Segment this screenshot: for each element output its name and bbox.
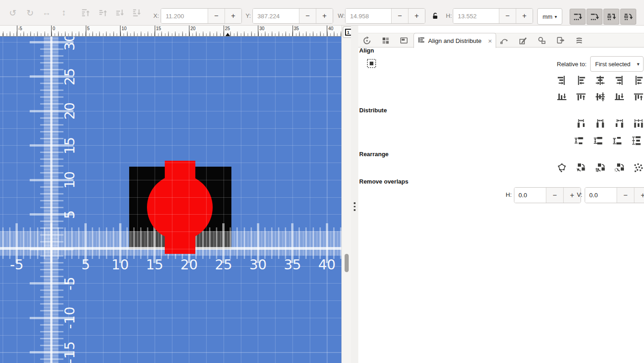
y-input[interactable] (253, 9, 299, 23)
lower-to-bottom-icon[interactable] (131, 7, 143, 19)
tab-layers-icon[interactable] (573, 35, 586, 47)
transform-stroke-toggle[interactable] (570, 9, 586, 25)
tab-node-editor-icon[interactable] (498, 35, 511, 47)
exchange-zorder-button[interactable] (594, 161, 606, 174)
y-decrement-button[interactable]: − (299, 9, 316, 23)
drawn-axis-number-vertical: -5 (62, 277, 78, 290)
remove-overlaps-section-header: Remove overlaps (359, 178, 408, 185)
axis-tick (271, 227, 272, 259)
raise-icon[interactable] (97, 7, 109, 19)
axis-tick (251, 227, 252, 259)
close-tab-icon[interactable]: × (488, 37, 492, 45)
transform-corners-toggle[interactable] (586, 9, 602, 25)
axis-tick (230, 227, 231, 259)
move-as-group-toggle[interactable] (365, 57, 377, 69)
distribute-centers-vertically-button[interactable] (592, 134, 604, 147)
tab-undo-history-icon[interactable] (361, 35, 373, 47)
randomize-positions-button[interactable] (632, 161, 644, 174)
align-right-edges-button[interactable] (613, 74, 625, 86)
overlap-v-spinbox: − + (585, 187, 644, 203)
drawn-axis-number-horizontal: 30 (249, 257, 267, 273)
drawn-axis-number-vertical: 5 (62, 210, 78, 219)
w-decrement-button[interactable]: − (391, 9, 408, 23)
ruler-number: 0 (52, 26, 55, 31)
ruler-major-tick (327, 26, 327, 36)
tab-document-properties-icon[interactable] (398, 35, 410, 47)
h-spinbox: − + (453, 8, 533, 24)
vertical-scrollbar[interactable]: 1 (341, 26, 351, 363)
unit-dropdown[interactable]: mm ▾ (537, 8, 562, 25)
overlap-h-decrement-button[interactable]: − (546, 188, 563, 203)
axis-tick (40, 227, 63, 229)
flip-horizontal-icon[interactable]: ↔ (41, 7, 52, 19)
relative-to-dropdown[interactable]: First selected ▾ (590, 56, 644, 72)
distribute-right-edges-button[interactable] (613, 117, 625, 130)
w-increment-button[interactable]: + (408, 9, 425, 23)
align-bottom-edges-button[interactable] (613, 90, 625, 103)
align-right-to-anchor-button[interactable] (555, 74, 568, 86)
red-circle-shape[interactable] (147, 174, 213, 240)
x-input[interactable] (161, 9, 208, 23)
align-left-edges-button[interactable] (575, 74, 587, 86)
tab-objects-icon[interactable] (535, 35, 548, 47)
align-top-to-anchor-button[interactable] (632, 90, 644, 103)
splitter-grip-icon (354, 202, 356, 211)
align-bottom-to-anchor-button[interactable] (555, 90, 568, 103)
h-decrement-button[interactable]: − (499, 9, 516, 23)
canvas[interactable]: -551015202530354030252015105-5-10-15 (0, 37, 341, 363)
axis-tick (40, 200, 63, 201)
distribute-left-edges-button[interactable] (575, 117, 587, 130)
lock-ratio-icon[interactable] (431, 11, 440, 21)
transform-pattern-toggle[interactable] (620, 9, 636, 25)
distribute-centers-horizontally-button[interactable] (594, 117, 606, 130)
distribute-bottom-edges-button[interactable] (611, 134, 623, 147)
distribute-horizontal-gaps-button[interactable] (632, 117, 644, 130)
flip-vertical-icon[interactable]: ↕ (58, 7, 70, 19)
axis-tick (40, 358, 63, 360)
axis-tick (126, 227, 128, 259)
exchange-selection-order-button[interactable] (575, 161, 587, 174)
h-increment-button[interactable]: + (516, 9, 533, 23)
tab-align-and-distribute[interactable]: Align and Distribute × (414, 33, 496, 48)
distribute-vertical-gaps-button[interactable] (630, 134, 643, 147)
axis-tick (40, 48, 63, 50)
transform-gradient-toggle[interactable] (603, 9, 619, 25)
caret-down-icon: ▾ (555, 14, 557, 19)
horizontal-ruler[interactable]: -50510152025303540 (0, 26, 341, 37)
lower-icon[interactable] (114, 7, 126, 19)
tab-swatches-icon[interactable] (379, 35, 392, 47)
axis-tick (40, 276, 63, 277)
overlap-h-input[interactable] (514, 188, 546, 203)
tab-fill-stroke-icon[interactable] (517, 35, 529, 47)
overlap-v-input[interactable] (585, 188, 617, 203)
h-input[interactable] (453, 9, 499, 23)
drawn-axis-number-horizontal: 40 (318, 257, 335, 273)
axis-tick (40, 234, 63, 236)
overlap-v-decrement-button[interactable]: − (617, 188, 634, 203)
drawn-axis-number-horizontal: 5 (81, 257, 90, 273)
axis-tick (305, 227, 307, 259)
dialog-tab-strip: Align and Distribute × (358, 33, 644, 47)
overlap-v-increment-button[interactable]: + (634, 188, 644, 203)
center-horizontal-axis-button[interactable] (594, 90, 606, 103)
raise-to-top-icon[interactable] (80, 7, 92, 19)
axis-tick (40, 69, 63, 70)
align-left-to-anchor-button[interactable] (632, 74, 644, 86)
align-top-edges-button[interactable] (575, 90, 587, 103)
center-vertical-axis-button[interactable] (594, 74, 606, 86)
y-increment-button[interactable]: + (316, 9, 333, 23)
axis-tick (40, 338, 63, 339)
rotate-cw-icon[interactable]: ↻ (24, 7, 36, 19)
distribute-top-edges-button[interactable] (573, 134, 585, 147)
x-increment-button[interactable]: + (225, 9, 241, 23)
drawn-axis-number-vertical: 10 (62, 171, 78, 189)
exchange-clockwise-button[interactable] (613, 161, 625, 174)
vertical-scrollbar-thumb[interactable] (345, 254, 349, 272)
w-input[interactable] (346, 9, 391, 23)
drawn-axis-number-horizontal: -5 (10, 257, 24, 273)
x-decrement-button[interactable]: − (208, 9, 225, 23)
graph-layout-button[interactable] (555, 161, 568, 174)
panel-splitter[interactable] (351, 26, 358, 363)
tab-export-icon[interactable] (554, 35, 567, 47)
rotate-ccw-icon[interactable]: ↺ (7, 7, 19, 19)
